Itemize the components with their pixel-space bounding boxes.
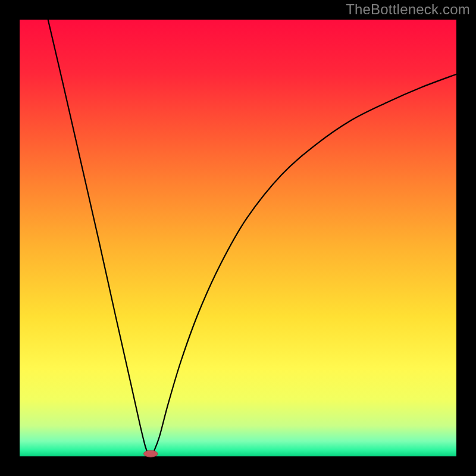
chart-frame: TheBottleneck.com [0,0,476,476]
watermark-text: TheBottleneck.com [346,1,470,18]
balance-point-marker [143,450,157,457]
gradient-background [20,20,456,456]
bottleneck-chart [0,0,476,476]
